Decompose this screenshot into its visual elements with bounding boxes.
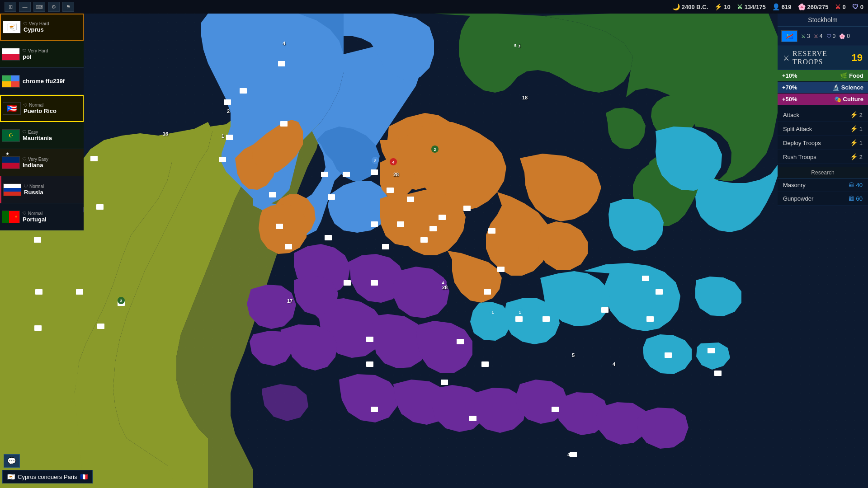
svg-text:16: 16: [163, 131, 168, 136]
name-mauritania: Mauritania: [23, 135, 52, 141]
name-russia: Russia: [24, 189, 44, 196]
player-row-pol[interactable]: 🛡 Very Hard pol: [0, 41, 84, 68]
stat-lightning: ⚡ 10: [714, 3, 730, 10]
btn-minimize[interactable]: —: [19, 2, 31, 12]
svg-rect-22: [90, 156, 98, 161]
svg-rect-66: [646, 316, 654, 322]
chat-button[interactable]: 💬: [4, 454, 20, 468]
svg-rect-60: [441, 380, 448, 385]
svg-text:4: 4: [613, 361, 616, 367]
lightning-split: ⚡: [850, 125, 858, 132]
svg-rect-56: [371, 407, 378, 412]
svg-rect-55: [366, 361, 373, 367]
player-card-stats: ⚔ 3 ⚔ 4 🛡 0 🌸 0: [801, 33, 850, 39]
svg-text:2: 2: [374, 159, 376, 163]
svg-rect-16: [224, 99, 231, 105]
map-svg[interactable]: 16 1 2 1 4 5 18 28 28 17 5 4 4: [0, 0, 868, 488]
svg-rect-54: [366, 337, 373, 342]
svg-text:5: 5: [572, 352, 575, 358]
action-split-attack[interactable]: Split Attack ⚡ 1: [778, 122, 868, 136]
action-deploy-troops[interactable]: Deploy Troops ⚡ 1: [778, 136, 868, 150]
stat-culture: 🌸 260/275: [798, 3, 829, 10]
lightning-icon: ⚡: [714, 3, 722, 10]
map-area[interactable]: 16 1 2 1 4 5 18 28 28 17 5 4 4: [0, 0, 868, 488]
stockholm-header: Stockholm: [778, 14, 868, 27]
stat-time: 🌙 2400 B.C.: [672, 3, 708, 10]
lightning-rush: ⚡: [850, 153, 858, 160]
svg-rect-31: [371, 169, 378, 175]
btn-flag[interactable]: ⚑: [62, 2, 74, 12]
svg-rect-26: [97, 324, 104, 329]
stat-population: 👤 619: [772, 3, 792, 10]
stat-troops: ⚔ 134/175: [737, 3, 766, 10]
bonus-culture: +50% 🎭 Culture: [778, 94, 868, 105]
svg-rect-49: [276, 224, 283, 229]
player-info-indiana: 🛡 Very Easy Indiana: [23, 157, 48, 169]
difficulty-pol: 🛡 Very Hard: [23, 48, 48, 53]
player-row-mauritania[interactable]: ☪ 🛡 Easy Mauritania: [0, 122, 84, 149]
difficulty-russia: 🛡 Normal: [24, 184, 44, 189]
svg-rect-34: [429, 226, 437, 231]
svg-rect-53: [457, 339, 464, 344]
svg-rect-59: [542, 316, 550, 322]
science-icon: 🔬: [832, 84, 840, 91]
svg-rect-68: [708, 348, 715, 353]
svg-rect-20: [219, 157, 226, 162]
player-row-cyprus[interactable]: 🇨🇾 🛡 Very Hard Cyprus: [0, 14, 84, 41]
difficulty-indiana: 🛡 Very Easy: [23, 157, 48, 162]
player-row-russia[interactable]: 🛡 Normal Russia: [0, 176, 84, 203]
reserve-troops-label: ⚔ Reserve Troops: [783, 50, 852, 66]
svg-rect-42: [488, 228, 495, 234]
name-puerto-rico: Puerto Rico: [24, 108, 57, 114]
svg-rect-28: [76, 289, 83, 295]
culture-icon-right: 🎭: [834, 96, 841, 103]
research-masonry[interactable]: Masonry 🏛 40: [778, 178, 868, 192]
card-culture: 🌸 0: [839, 33, 850, 39]
svg-rect-61: [469, 416, 476, 421]
svg-rect-36: [397, 221, 404, 227]
svg-rect-69: [714, 371, 722, 376]
player-info-portugal: 🛡 Normal Portugal: [23, 211, 47, 223]
attack-icon: ⚔: [835, 3, 841, 10]
action-attack[interactable]: Attack ⚡ 2: [778, 108, 868, 122]
svg-text:2: 2: [227, 108, 230, 114]
svg-text:17: 17: [287, 298, 292, 304]
svg-rect-67: [665, 352, 672, 358]
btn-settings[interactable]: ⚙: [48, 2, 60, 12]
svg-text:2: 2: [434, 147, 436, 152]
name-cyprus: Cyprus: [24, 26, 49, 33]
svg-rect-35: [463, 206, 471, 211]
svg-text:1: 1: [222, 133, 224, 139]
reserve-troops-count: 19: [852, 52, 863, 64]
svg-rect-18: [226, 135, 233, 140]
name-chrome: chrome ffu239f: [23, 78, 65, 84]
player-row-chrome[interactable]: chrome ffu239f: [0, 68, 84, 95]
btn-keyboard[interactable]: ⌨: [33, 2, 45, 12]
svg-rect-17: [240, 88, 247, 94]
player-info-chrome: chrome ffu239f: [23, 78, 65, 84]
player-row-indiana[interactable]: ★ 🛡 Very Easy Indiana: [0, 149, 84, 176]
player-row-puerto-rico[interactable]: 🇵🇷 🛡 Normal Puerto Rico: [0, 95, 84, 122]
reserve-troops: ⚔ Reserve Troops 19: [778, 46, 868, 70]
player-row-portugal[interactable]: ⚜ 🛡 Normal Portugal: [0, 203, 84, 230]
name-portugal: Portugal: [23, 216, 47, 223]
svg-text:18: 18: [522, 95, 528, 100]
action-rush-troops[interactable]: Rush Troops ⚡ 2: [778, 150, 868, 164]
svg-rect-25: [35, 289, 42, 295]
player-card: 🇨🇩 ⚔ 3 ⚔ 4 🛡 0 🌸 0: [778, 27, 868, 46]
svg-rect-19: [278, 61, 285, 66]
svg-text:28: 28: [393, 172, 399, 177]
name-indiana: Indiana: [23, 162, 48, 169]
player-info-russia: 🛡 Normal Russia: [24, 184, 44, 196]
btn-square[interactable]: ⊞: [5, 2, 16, 12]
svg-rect-27: [34, 325, 42, 331]
lightning-deploy: ⚡: [850, 139, 858, 146]
svg-rect-62: [552, 407, 559, 412]
chat-icon: 💬: [7, 457, 16, 465]
research-gunpowder[interactable]: Gunpowder 🏛 60: [778, 192, 868, 206]
svg-rect-46: [344, 280, 351, 286]
right-panel: Stockholm 🇨🇩 ⚔ 3 ⚔ 4 🛡 0 🌸 0: [778, 14, 868, 206]
difficulty-mauritania: 🛡 Easy: [23, 130, 52, 135]
svg-rect-41: [439, 215, 446, 220]
player-info-pol: 🛡 Very Hard pol: [23, 48, 48, 60]
